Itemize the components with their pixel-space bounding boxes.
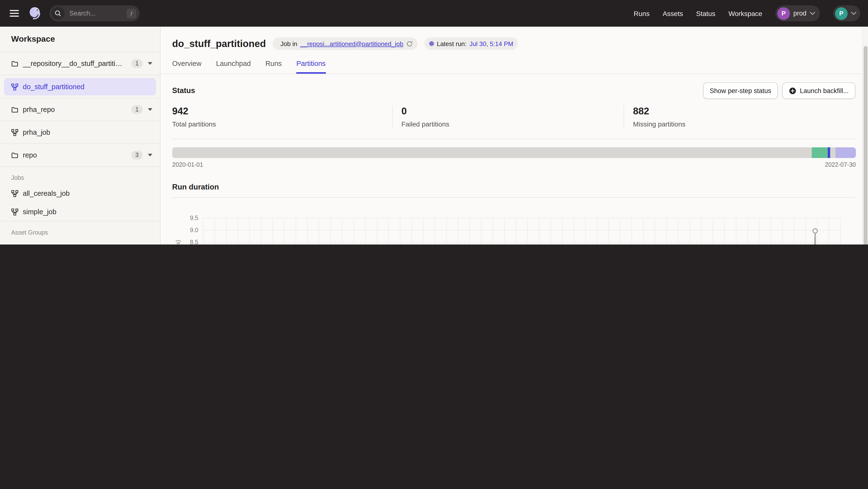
latest-run-tag: Latest run: Jul 30, 5:14 PM <box>424 37 518 50</box>
partition-range-end: 2022-07-30 <box>825 161 856 168</box>
partition-bar-dates: 2020-01-01 2022-07-30 <box>172 161 856 168</box>
nav-link-assets[interactable]: Assets <box>663 9 683 17</box>
svg-text:8.5: 8.5 <box>190 239 198 244</box>
app-window: / RunsAssetsStatusWorkspace P prod P Wor… <box>0 0 868 244</box>
latest-run-status-dot <box>429 41 434 46</box>
dagster-logo[interactable] <box>27 6 43 21</box>
job-count-badge: 1 <box>131 105 143 114</box>
caret-down-icon[interactable] <box>147 153 153 158</box>
sidebar-item-simple-job[interactable]: simple_job <box>0 203 160 221</box>
stat-label: Failed partitions <box>401 120 624 128</box>
sidebar-selected-row: do_stuff_partitioned <box>0 75 160 98</box>
nav-link-workspace[interactable]: Workspace <box>728 9 762 17</box>
chevron-down-icon <box>810 12 815 15</box>
workspace-sidebar: Workspace __repository__do_stuff_partiti… <box>0 27 160 244</box>
caret-down-icon[interactable] <box>147 61 153 66</box>
latest-run-label: Latest run: <box>437 40 466 47</box>
tab-overview[interactable]: Overview <box>172 60 202 74</box>
job-icon <box>11 83 19 90</box>
tab-launchpad[interactable]: Launchpad <box>216 60 251 74</box>
user-menu[interactable]: P <box>833 5 860 21</box>
job-icon <box>11 190 19 197</box>
stat-missing-partitions: 882Missing partitions <box>624 106 856 128</box>
page-header: do_stuff_partitioned Job in __reposi...a… <box>160 27 868 50</box>
sidebar-item-prha-job[interactable]: prha_job <box>0 121 160 144</box>
bar-segment-bar_gray <box>830 147 836 158</box>
sidebar-section-asset-groups: Asset Groups <box>0 222 160 239</box>
tab-runs[interactable]: Runs <box>265 60 282 74</box>
search-shortcut-badge: / <box>127 8 136 18</box>
svg-text:9.0: 9.0 <box>190 227 198 233</box>
refresh-icon[interactable] <box>406 40 412 47</box>
stat-label: Missing partitions <box>633 120 856 128</box>
scrollbar-thumb[interactable] <box>864 46 868 244</box>
top-nav-links: RunsAssetsStatusWorkspace P prod P <box>634 5 860 21</box>
sidebar-item-repo[interactable]: repo3 <box>0 144 160 167</box>
status-section-title: Status <box>172 86 195 95</box>
bar-segment-lavender <box>835 147 856 158</box>
job-origin-tag: Job in __reposi...artitioned@partitioned… <box>273 37 417 50</box>
job-icon <box>11 129 19 136</box>
sidebar-item-prha-repo[interactable]: prha_repo1 <box>0 98 160 121</box>
folder-icon <box>11 152 19 159</box>
sidebar-title: Workspace <box>0 27 160 52</box>
sidebar-item-label: default <box>23 244 44 244</box>
tab-bar: OverviewLaunchpadRunsPartitions <box>160 50 868 74</box>
sidebar-section-jobs: Jobs <box>0 167 160 184</box>
sidebar-item-label: simple_job <box>23 208 57 216</box>
sidebar-item-label: repo <box>23 151 37 159</box>
sidebar-item-label: __repository__do_stuff_partitio... <box>23 60 123 67</box>
job-origin-link[interactable]: __reposi...artitioned@partitioned_job <box>300 40 403 47</box>
user-avatar: P <box>835 7 848 20</box>
tab-partitions[interactable]: Partitions <box>296 60 326 74</box>
partition-status-bar[interactable] <box>172 147 856 158</box>
search-input[interactable] <box>68 9 123 18</box>
sidebar-item-default[interactable]: default <box>0 239 160 244</box>
plus-icon <box>789 87 797 94</box>
sidebar-item-label: all_cereals_job <box>23 190 70 197</box>
deployment-label: prod <box>793 10 806 17</box>
run-duration-section: Run duration 2020-01-012020-01-182020-02… <box>160 168 868 244</box>
search-box[interactable]: / <box>50 5 140 21</box>
svg-text:9.5: 9.5 <box>190 215 198 221</box>
launch-backfill-label: Launch backfill... <box>800 87 848 94</box>
launch-backfill-button[interactable]: Launch backfill... <box>782 83 856 99</box>
sidebar-item-label: do_stuff_partitioned <box>23 83 84 91</box>
stat-label: Total partitions <box>172 120 392 128</box>
partition-range-start: 2020-01-01 <box>172 161 203 168</box>
job-count-badge: 1 <box>131 59 143 68</box>
main-content: do_stuff_partitioned Job in __reposi...a… <box>160 27 868 244</box>
status-section: Status Show per-step status Launch backf… <box>160 74 868 168</box>
page-title: do_stuff_partitioned <box>172 38 266 49</box>
stat-value: 0 <box>401 106 624 117</box>
bar-segment-green <box>812 147 828 158</box>
stat-value: 942 <box>172 106 392 117</box>
hamburger-menu-icon[interactable] <box>8 7 20 20</box>
nav-link-status[interactable]: Status <box>696 9 715 17</box>
show-per-step-status-button[interactable]: Show per-step status <box>703 83 778 99</box>
sidebar-item-label: prha_repo <box>23 106 55 113</box>
sidebar-item-do-stuff-partitioned[interactable]: do_stuff_partitioned <box>4 78 156 95</box>
vertical-scrollbar[interactable] <box>862 27 868 244</box>
sidebar-item-repository-do-stuff-partitio[interactable]: __repository__do_stuff_partitio...1 <box>0 52 160 75</box>
deployment-switcher[interactable]: P prod <box>775 5 820 21</box>
nav-link-runs[interactable]: Runs <box>634 9 650 17</box>
folder-icon <box>11 60 19 67</box>
latest-run-link[interactable]: Jul 30, 5:14 PM <box>469 40 513 47</box>
caret-down-icon[interactable] <box>147 107 153 112</box>
run-duration-title: Run duration <box>172 183 219 191</box>
stat-value: 882 <box>633 106 856 117</box>
svg-text:Execution time (secs): Execution time (secs) <box>175 240 181 244</box>
stat-total-partitions: 942Total partitions <box>172 106 392 128</box>
job-count-badge: 3 <box>131 151 143 159</box>
sidebar-item-all-cereals-job[interactable]: all_cereals_job <box>0 184 160 203</box>
job-icon <box>11 208 19 216</box>
stat-failed-partitions: 0Failed partitions <box>392 106 624 128</box>
bar-segment-blue <box>828 147 830 158</box>
execution-time-chart[interactable]: 2020-01-012020-01-182020-02-042020-02-21… <box>172 198 856 244</box>
chevron-down-icon <box>851 12 856 15</box>
bar-segment-bar_gray <box>172 147 812 158</box>
run-duration-chart-svg: 2020-01-012020-01-182020-02-042020-02-21… <box>172 198 859 244</box>
folder-icon <box>11 106 19 113</box>
search-icon <box>52 7 64 20</box>
